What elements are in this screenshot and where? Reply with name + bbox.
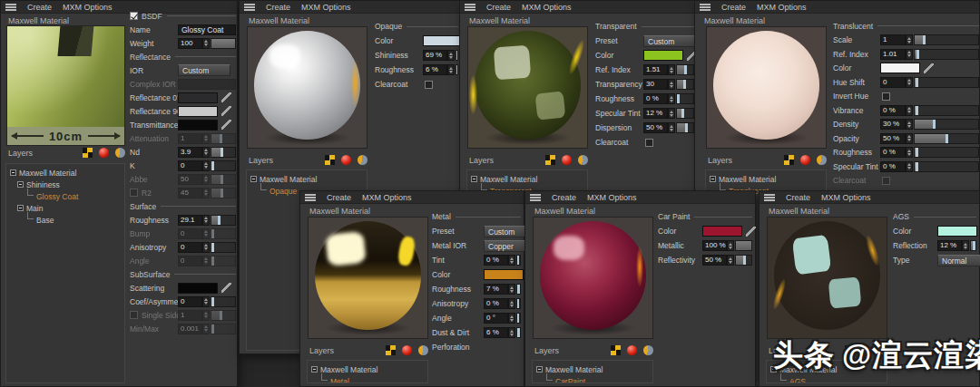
menu-hamburger-icon[interactable]	[465, 4, 475, 11]
stepper-up-down-icon[interactable]	[202, 310, 210, 321]
coef-asymmetry-value[interactable]: 0	[178, 296, 202, 307]
single-side-value[interactable]: 1	[178, 310, 202, 321]
value-slider[interactable]	[516, 255, 521, 266]
menu-item-create[interactable]: Create	[786, 193, 810, 202]
menu-hamburger-icon[interactable]	[764, 194, 775, 201]
value-slider[interactable]	[914, 105, 979, 116]
red-sphere-icon[interactable]	[800, 155, 810, 165]
reflectivity-value[interactable]: 50 %	[702, 255, 727, 266]
slider-handle[interactable]	[220, 311, 222, 320]
stepper-up-down-icon[interactable]	[906, 49, 913, 60]
stepper-up-down-icon[interactable]	[202, 38, 210, 49]
half-circle-icon[interactable]	[578, 155, 588, 165]
preset-dropdown[interactable]: Custom	[643, 35, 696, 47]
tree-item-maxwell-material[interactable]: Maxwell Material	[311, 363, 427, 375]
value-slider[interactable]	[211, 242, 236, 253]
layers-checker-icon[interactable]	[784, 155, 794, 165]
dispersion-value[interactable]: 50 %	[643, 122, 668, 133]
menu-item-mxm-options[interactable]: MXM Options	[362, 193, 412, 202]
value-slider[interactable]	[676, 64, 694, 75]
stepper-up-down-icon[interactable]	[906, 119, 913, 130]
stepper-up-down-icon[interactable]	[447, 50, 455, 61]
slider-handle[interactable]	[517, 285, 520, 294]
slider-handle[interactable]	[933, 120, 936, 129]
stepper-up-down-icon[interactable]	[906, 34, 913, 45]
eyedropper-icon[interactable]	[221, 283, 231, 293]
tree-expand-icon[interactable]	[17, 205, 24, 211]
value-slider[interactable]	[914, 133, 979, 144]
vibrance-value[interactable]: 0 %	[880, 105, 906, 116]
value-slider[interactable]	[456, 64, 458, 75]
slider-handle[interactable]	[916, 78, 918, 87]
layers-checker-icon[interactable]	[386, 345, 396, 355]
value-slider[interactable]	[676, 93, 694, 104]
roughness-value[interactable]: 0 %	[643, 93, 668, 104]
layers-checker-icon[interactable]	[83, 148, 93, 158]
tree-expand-icon[interactable]	[250, 176, 257, 182]
stepper-up-down-icon[interactable]	[202, 228, 210, 239]
value-slider[interactable]	[211, 215, 236, 226]
type-dropdown[interactable]: Normal	[937, 255, 980, 266]
reflectance-90-color-swatch[interactable]	[178, 106, 218, 117]
value-slider[interactable]	[211, 324, 236, 334]
value-slider[interactable]	[914, 34, 979, 45]
value-slider[interactable]	[914, 119, 979, 130]
k-value[interactable]: 0	[178, 160, 202, 171]
roughness-value[interactable]: 29.1	[178, 215, 202, 226]
stepper-up-down-icon[interactable]	[202, 147, 210, 158]
tint-value[interactable]: 0 %	[484, 255, 508, 266]
eyedropper-icon[interactable]	[221, 106, 231, 116]
tree-item-maxwell-material[interactable]: Maxwell Material	[710, 173, 826, 185]
stepper-up-down-icon[interactable]	[508, 255, 515, 266]
menu-item-mxm-options[interactable]: MXM Options	[587, 193, 637, 202]
invert-hue-checkbox[interactable]	[882, 92, 890, 101]
value-slider[interactable]	[735, 255, 752, 266]
menu-item-create[interactable]: Create	[486, 3, 511, 12]
tree-item-maxwell-material[interactable]: Maxwell Material	[10, 167, 124, 179]
value-slider[interactable]	[970, 240, 976, 251]
ior-dropdown[interactable]: Custom	[178, 64, 230, 76]
stepper-up-down-icon[interactable]	[906, 147, 913, 158]
slider-handle[interactable]	[516, 314, 519, 323]
stepper-up-down-icon[interactable]	[668, 93, 675, 104]
tree-expand-icon[interactable]	[10, 169, 16, 176]
density-value[interactable]: 30 %	[880, 119, 906, 130]
weight-value[interactable]: 100	[178, 38, 202, 49]
value-slider[interactable]	[211, 256, 236, 266]
complex-ior-input[interactable]	[178, 79, 236, 90]
eyedropper-icon[interactable]	[221, 120, 231, 130]
stepper-up-down-icon[interactable]	[508, 313, 515, 324]
color-color-swatch[interactable]	[937, 226, 977, 237]
value-slider[interactable]	[211, 174, 236, 185]
value-slider[interactable]	[211, 38, 236, 49]
r2-checkbox[interactable]	[130, 189, 138, 197]
stepper-up-down-icon[interactable]	[202, 296, 210, 307]
value-slider[interactable]	[516, 284, 521, 295]
slider-handle[interactable]	[211, 243, 214, 252]
tree-item-maxwell-material[interactable]: Maxwell Material	[250, 173, 367, 185]
slider-handle[interactable]	[220, 189, 223, 198]
clearcoat-checkbox[interactable]	[882, 177, 890, 185]
value-slider[interactable]	[211, 296, 236, 307]
slider-handle[interactable]	[456, 65, 458, 74]
shininess-value[interactable]: 69 %	[423, 50, 447, 61]
stepper-up-down-icon[interactable]	[668, 64, 675, 75]
stepper-up-down-icon[interactable]	[668, 122, 675, 133]
ref-index-value[interactable]: 1.51	[643, 64, 668, 75]
anisotropy-value[interactable]: 0	[178, 242, 202, 253]
stepper-up-down-icon[interactable]	[668, 79, 675, 90]
tree-item-carpaint[interactable]: CarPaint	[536, 375, 652, 383]
anisotropy-value[interactable]: 0 %	[484, 298, 508, 309]
slider-handle[interactable]	[685, 123, 688, 132]
half-circle-icon[interactable]	[643, 345, 653, 355]
stepper-up-down-icon[interactable]	[202, 133, 210, 144]
clearcoat-checkbox[interactable]	[645, 139, 653, 147]
value-slider[interactable]	[676, 79, 694, 90]
menu-item-mxm-options[interactable]: MXM Options	[821, 193, 871, 202]
slider-handle[interactable]	[683, 80, 686, 89]
tree-item-maxwell-material[interactable]: Maxwell Material	[536, 363, 652, 375]
stepper-up-down-icon[interactable]	[202, 256, 210, 266]
specular-tint-value[interactable]: 0 %	[880, 161, 906, 172]
slider-handle[interactable]	[684, 65, 687, 74]
slider-handle[interactable]	[218, 216, 220, 225]
